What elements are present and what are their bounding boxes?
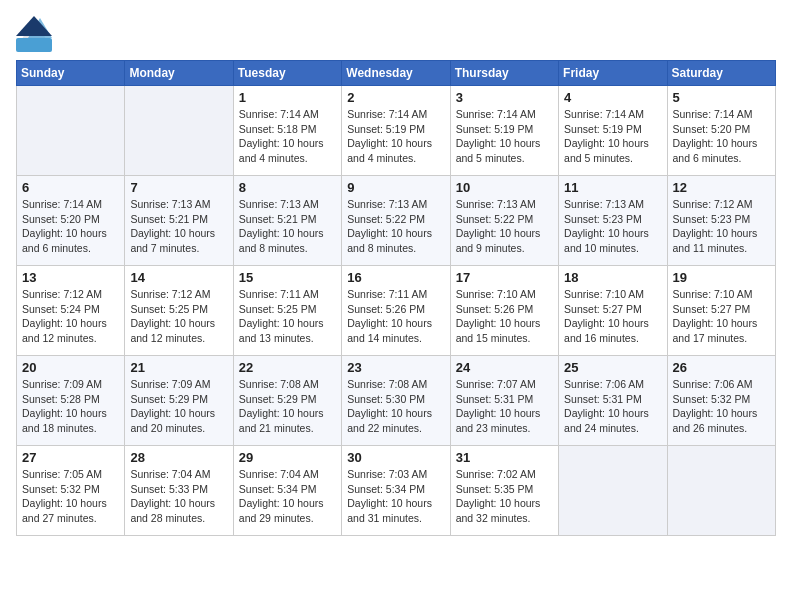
calendar-cell <box>559 446 667 536</box>
calendar-cell: 26Sunrise: 7:06 AM Sunset: 5:32 PM Dayli… <box>667 356 775 446</box>
svg-rect-3 <box>16 38 52 52</box>
day-info: Sunrise: 7:10 AM Sunset: 5:27 PM Dayligh… <box>564 287 661 346</box>
day-number: 4 <box>564 90 661 105</box>
calendar-cell: 30Sunrise: 7:03 AM Sunset: 5:34 PM Dayli… <box>342 446 450 536</box>
day-info: Sunrise: 7:09 AM Sunset: 5:28 PM Dayligh… <box>22 377 119 436</box>
calendar-cell: 23Sunrise: 7:08 AM Sunset: 5:30 PM Dayli… <box>342 356 450 446</box>
logo <box>16 16 56 52</box>
calendar-cell: 11Sunrise: 7:13 AM Sunset: 5:23 PM Dayli… <box>559 176 667 266</box>
day-info: Sunrise: 7:14 AM Sunset: 5:19 PM Dayligh… <box>456 107 553 166</box>
calendar-week-2: 6Sunrise: 7:14 AM Sunset: 5:20 PM Daylig… <box>17 176 776 266</box>
calendar-cell: 28Sunrise: 7:04 AM Sunset: 5:33 PM Dayli… <box>125 446 233 536</box>
day-info: Sunrise: 7:06 AM Sunset: 5:31 PM Dayligh… <box>564 377 661 436</box>
day-info: Sunrise: 7:05 AM Sunset: 5:32 PM Dayligh… <box>22 467 119 526</box>
calendar-cell: 12Sunrise: 7:12 AM Sunset: 5:23 PM Dayli… <box>667 176 775 266</box>
calendar-cell: 13Sunrise: 7:12 AM Sunset: 5:24 PM Dayli… <box>17 266 125 356</box>
day-header-friday: Friday <box>559 61 667 86</box>
day-header-monday: Monday <box>125 61 233 86</box>
day-info: Sunrise: 7:09 AM Sunset: 5:29 PM Dayligh… <box>130 377 227 436</box>
calendar-cell: 19Sunrise: 7:10 AM Sunset: 5:27 PM Dayli… <box>667 266 775 356</box>
day-number: 25 <box>564 360 661 375</box>
day-info: Sunrise: 7:07 AM Sunset: 5:31 PM Dayligh… <box>456 377 553 436</box>
day-info: Sunrise: 7:10 AM Sunset: 5:26 PM Dayligh… <box>456 287 553 346</box>
day-info: Sunrise: 7:10 AM Sunset: 5:27 PM Dayligh… <box>673 287 770 346</box>
calendar-cell: 25Sunrise: 7:06 AM Sunset: 5:31 PM Dayli… <box>559 356 667 446</box>
calendar-cell: 2Sunrise: 7:14 AM Sunset: 5:19 PM Daylig… <box>342 86 450 176</box>
day-info: Sunrise: 7:03 AM Sunset: 5:34 PM Dayligh… <box>347 467 444 526</box>
day-number: 1 <box>239 90 336 105</box>
day-info: Sunrise: 7:13 AM Sunset: 5:23 PM Dayligh… <box>564 197 661 256</box>
day-info: Sunrise: 7:02 AM Sunset: 5:35 PM Dayligh… <box>456 467 553 526</box>
day-header-saturday: Saturday <box>667 61 775 86</box>
day-number: 22 <box>239 360 336 375</box>
day-info: Sunrise: 7:14 AM Sunset: 5:20 PM Dayligh… <box>673 107 770 166</box>
calendar-cell: 9Sunrise: 7:13 AM Sunset: 5:22 PM Daylig… <box>342 176 450 266</box>
calendar-cell <box>125 86 233 176</box>
day-number: 26 <box>673 360 770 375</box>
day-number: 14 <box>130 270 227 285</box>
calendar-cell: 4Sunrise: 7:14 AM Sunset: 5:19 PM Daylig… <box>559 86 667 176</box>
day-info: Sunrise: 7:08 AM Sunset: 5:30 PM Dayligh… <box>347 377 444 436</box>
day-header-wednesday: Wednesday <box>342 61 450 86</box>
day-number: 18 <box>564 270 661 285</box>
logo-icon <box>16 16 52 52</box>
day-info: Sunrise: 7:13 AM Sunset: 5:22 PM Dayligh… <box>456 197 553 256</box>
calendar-cell: 20Sunrise: 7:09 AM Sunset: 5:28 PM Dayli… <box>17 356 125 446</box>
day-number: 16 <box>347 270 444 285</box>
day-info: Sunrise: 7:11 AM Sunset: 5:26 PM Dayligh… <box>347 287 444 346</box>
calendar-cell: 29Sunrise: 7:04 AM Sunset: 5:34 PM Dayli… <box>233 446 341 536</box>
day-number: 3 <box>456 90 553 105</box>
calendar-week-5: 27Sunrise: 7:05 AM Sunset: 5:32 PM Dayli… <box>17 446 776 536</box>
day-info: Sunrise: 7:12 AM Sunset: 5:25 PM Dayligh… <box>130 287 227 346</box>
day-number: 12 <box>673 180 770 195</box>
day-number: 8 <box>239 180 336 195</box>
day-info: Sunrise: 7:06 AM Sunset: 5:32 PM Dayligh… <box>673 377 770 436</box>
day-number: 13 <box>22 270 119 285</box>
calendar-cell: 21Sunrise: 7:09 AM Sunset: 5:29 PM Dayli… <box>125 356 233 446</box>
calendar-cell: 18Sunrise: 7:10 AM Sunset: 5:27 PM Dayli… <box>559 266 667 356</box>
day-info: Sunrise: 7:13 AM Sunset: 5:22 PM Dayligh… <box>347 197 444 256</box>
day-number: 17 <box>456 270 553 285</box>
calendar-cell: 7Sunrise: 7:13 AM Sunset: 5:21 PM Daylig… <box>125 176 233 266</box>
calendar-week-1: 1Sunrise: 7:14 AM Sunset: 5:18 PM Daylig… <box>17 86 776 176</box>
calendar-cell: 27Sunrise: 7:05 AM Sunset: 5:32 PM Dayli… <box>17 446 125 536</box>
day-info: Sunrise: 7:14 AM Sunset: 5:19 PM Dayligh… <box>347 107 444 166</box>
day-number: 9 <box>347 180 444 195</box>
day-number: 24 <box>456 360 553 375</box>
calendar-week-3: 13Sunrise: 7:12 AM Sunset: 5:24 PM Dayli… <box>17 266 776 356</box>
day-number: 27 <box>22 450 119 465</box>
day-info: Sunrise: 7:11 AM Sunset: 5:25 PM Dayligh… <box>239 287 336 346</box>
day-number: 23 <box>347 360 444 375</box>
day-number: 5 <box>673 90 770 105</box>
day-info: Sunrise: 7:12 AM Sunset: 5:24 PM Dayligh… <box>22 287 119 346</box>
svg-marker-4 <box>16 16 52 36</box>
calendar-cell: 16Sunrise: 7:11 AM Sunset: 5:26 PM Dayli… <box>342 266 450 356</box>
calendar-cell <box>667 446 775 536</box>
calendar-cell: 31Sunrise: 7:02 AM Sunset: 5:35 PM Dayli… <box>450 446 558 536</box>
day-header-sunday: Sunday <box>17 61 125 86</box>
calendar-cell: 22Sunrise: 7:08 AM Sunset: 5:29 PM Dayli… <box>233 356 341 446</box>
day-number: 21 <box>130 360 227 375</box>
day-number: 31 <box>456 450 553 465</box>
calendar-cell: 6Sunrise: 7:14 AM Sunset: 5:20 PM Daylig… <box>17 176 125 266</box>
day-number: 19 <box>673 270 770 285</box>
day-number: 10 <box>456 180 553 195</box>
day-info: Sunrise: 7:04 AM Sunset: 5:33 PM Dayligh… <box>130 467 227 526</box>
calendar-cell: 24Sunrise: 7:07 AM Sunset: 5:31 PM Dayli… <box>450 356 558 446</box>
day-info: Sunrise: 7:13 AM Sunset: 5:21 PM Dayligh… <box>130 197 227 256</box>
calendar-table: SundayMondayTuesdayWednesdayThursdayFrid… <box>16 60 776 536</box>
day-number: 28 <box>130 450 227 465</box>
day-info: Sunrise: 7:14 AM Sunset: 5:20 PM Dayligh… <box>22 197 119 256</box>
calendar-cell: 10Sunrise: 7:13 AM Sunset: 5:22 PM Dayli… <box>450 176 558 266</box>
calendar-cell: 17Sunrise: 7:10 AM Sunset: 5:26 PM Dayli… <box>450 266 558 356</box>
day-number: 7 <box>130 180 227 195</box>
day-number: 11 <box>564 180 661 195</box>
day-info: Sunrise: 7:08 AM Sunset: 5:29 PM Dayligh… <box>239 377 336 436</box>
calendar-cell: 3Sunrise: 7:14 AM Sunset: 5:19 PM Daylig… <box>450 86 558 176</box>
day-header-tuesday: Tuesday <box>233 61 341 86</box>
day-header-thursday: Thursday <box>450 61 558 86</box>
day-number: 2 <box>347 90 444 105</box>
calendar-cell: 8Sunrise: 7:13 AM Sunset: 5:21 PM Daylig… <box>233 176 341 266</box>
day-number: 20 <box>22 360 119 375</box>
day-info: Sunrise: 7:14 AM Sunset: 5:19 PM Dayligh… <box>564 107 661 166</box>
